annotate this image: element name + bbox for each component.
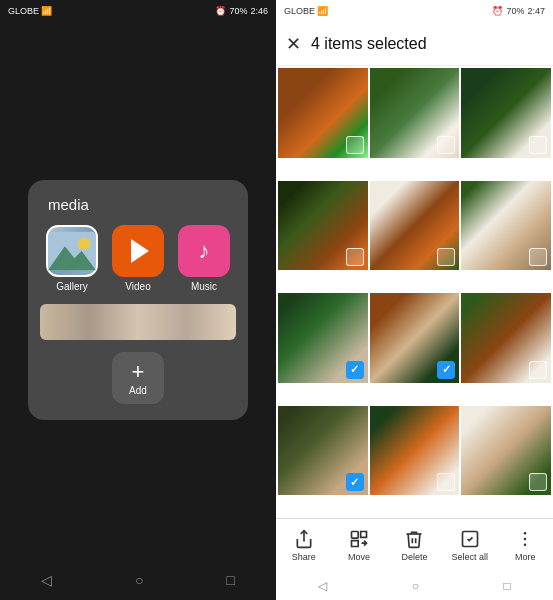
header-title: 4 items selected [311, 35, 427, 53]
add-label: Add [129, 385, 147, 396]
photo-checkbox-6[interactable] [529, 248, 547, 266]
svg-point-2 [78, 238, 90, 250]
more-label: More [515, 552, 536, 562]
home-nav-icon[interactable]: ○ [135, 572, 143, 588]
photo-cell-11[interactable] [370, 406, 460, 496]
photo-checkbox-8[interactable] [437, 361, 455, 379]
photo-grid [276, 66, 553, 518]
photo-checkbox-7[interactable] [346, 361, 364, 379]
svg-point-7 [524, 538, 527, 541]
photo-cell-12[interactable] [461, 406, 551, 496]
move-icon [349, 529, 369, 549]
right-status-bar: GLOBE 📶 ⏰ 70% 2:47 [276, 0, 553, 22]
music-note-icon: ♪ [199, 238, 210, 264]
left-panel: GLOBE 📶 ⏰ 70% 2:46 media Gallery [0, 0, 276, 600]
photo-checkbox-4[interactable] [346, 248, 364, 266]
photo-checkbox-1[interactable] [346, 136, 364, 154]
gallery-icon-box [46, 225, 98, 277]
video-label: Video [125, 281, 150, 292]
video-item[interactable]: Video [109, 225, 167, 292]
right-time: 2:47 [527, 6, 545, 16]
photo-checkbox-12[interactable] [529, 473, 547, 491]
select-all-button[interactable]: Select all [450, 529, 490, 562]
svg-point-8 [524, 544, 527, 547]
header-bar: ✕ 4 items selected [276, 22, 553, 66]
gallery-item[interactable]: Gallery [43, 225, 101, 292]
left-status-right: ⏰ 70% 2:46 [215, 6, 268, 16]
left-status-bar: GLOBE 📶 ⏰ 70% 2:46 [0, 0, 276, 22]
photo-cell-10[interactable] [278, 406, 368, 496]
move-button[interactable]: Move [339, 529, 379, 562]
left-status-left: GLOBE 📶 [8, 6, 52, 16]
right-status-right: ⏰ 70% 2:47 [492, 6, 545, 16]
right-back-nav-icon[interactable]: ◁ [318, 579, 327, 593]
share-button[interactable]: Share [284, 529, 324, 562]
photo-checkbox-11[interactable] [437, 473, 455, 491]
right-signal-icon: 📶 [317, 6, 328, 16]
play-triangle-icon [131, 239, 149, 263]
add-plus-icon: + [132, 361, 145, 383]
photo-checkbox-2[interactable] [437, 136, 455, 154]
photo-cell-3[interactable] [461, 68, 551, 158]
media-preview-strip [40, 304, 236, 340]
svg-point-6 [524, 532, 527, 535]
gallery-label: Gallery [56, 281, 88, 292]
music-label: Music [191, 281, 217, 292]
media-card: media Gallery Video [28, 180, 248, 420]
photo-cell-5[interactable] [370, 181, 460, 271]
media-icons-row: Gallery Video ♪ Music [43, 225, 233, 292]
recents-nav-icon[interactable]: □ [226, 572, 234, 588]
music-icon-box: ♪ [178, 225, 230, 277]
left-carrier: GLOBE [8, 6, 39, 16]
share-label: Share [292, 552, 316, 562]
video-icon-box [112, 225, 164, 277]
right-alarm-icon: ⏰ [492, 6, 503, 16]
gallery-icon [48, 227, 96, 275]
back-nav-icon[interactable]: ◁ [41, 572, 52, 588]
share-icon [294, 529, 314, 549]
photo-cell-4[interactable] [278, 181, 368, 271]
photo-checkbox-9[interactable] [529, 361, 547, 379]
right-battery: 70% [506, 6, 524, 16]
right-recents-nav-icon[interactable]: □ [504, 579, 511, 593]
photo-cell-6[interactable] [461, 181, 551, 271]
more-button[interactable]: More [505, 529, 545, 562]
photo-checkbox-10[interactable] [346, 473, 364, 491]
delete-icon [404, 529, 424, 549]
bottom-toolbar: Share Move Delete Se [276, 518, 553, 572]
left-signal-icon: 📶 [41, 6, 52, 16]
photo-cell-7[interactable] [278, 293, 368, 383]
close-button[interactable]: ✕ [286, 33, 301, 55]
svg-rect-4 [352, 532, 359, 539]
photo-cell-8[interactable] [370, 293, 460, 383]
move-label: Move [348, 552, 370, 562]
select-all-label: Select all [452, 552, 489, 562]
right-carrier: GLOBE [284, 6, 315, 16]
right-status-left: GLOBE 📶 [284, 6, 328, 16]
select-all-icon [460, 529, 480, 549]
right-home-nav-icon[interactable]: ○ [412, 579, 419, 593]
delete-button[interactable]: Delete [394, 529, 434, 562]
left-alarm-icon: ⏰ [215, 6, 226, 16]
more-icon [515, 529, 535, 549]
left-time: 2:46 [250, 6, 268, 16]
delete-label: Delete [401, 552, 427, 562]
photo-cell-9[interactable] [461, 293, 551, 383]
right-panel: GLOBE 📶 ⏰ 70% 2:47 ✕ 4 items selected [276, 0, 553, 600]
photo-cell-2[interactable] [370, 68, 460, 158]
media-card-title: media [48, 196, 89, 213]
photo-cell-1[interactable] [278, 68, 368, 158]
left-nav-bar: ◁ ○ □ [0, 564, 276, 600]
photo-checkbox-3[interactable] [529, 136, 547, 154]
photo-checkbox-5[interactable] [437, 248, 455, 266]
music-item[interactable]: ♪ Music [175, 225, 233, 292]
left-battery: 70% [229, 6, 247, 16]
add-button[interactable]: + Add [112, 352, 164, 404]
right-nav-bar: ◁ ○ □ [276, 572, 553, 600]
